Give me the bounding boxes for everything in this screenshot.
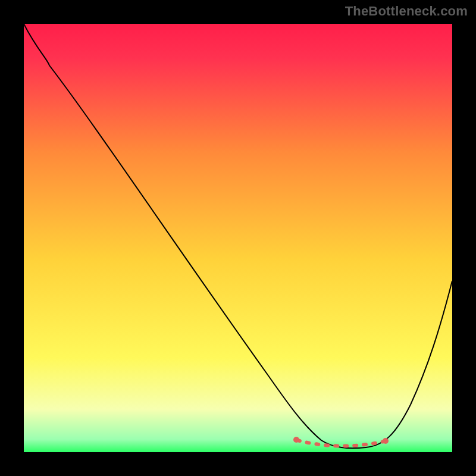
chart-svg	[24, 24, 452, 452]
optimal-range-end-dot-icon	[383, 438, 389, 444]
plot-area	[24, 24, 452, 452]
chart-frame: TheBottleneck.com	[0, 0, 476, 476]
attribution-label: TheBottleneck.com	[345, 4, 468, 19]
optimal-range-start-dot-icon	[293, 437, 299, 443]
gradient-background	[24, 24, 452, 452]
